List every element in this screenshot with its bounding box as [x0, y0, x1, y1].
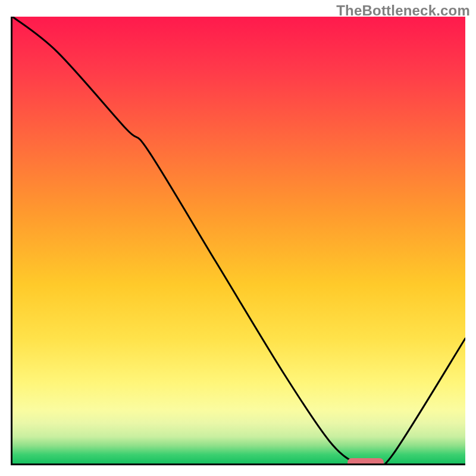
- optimum-marker: [347, 458, 384, 465]
- curve-svg: [12, 17, 465, 464]
- chart-container: TheBottleneck.com: [0, 0, 476, 476]
- plot-area: [11, 17, 465, 465]
- bottleneck-curve: [12, 17, 465, 464]
